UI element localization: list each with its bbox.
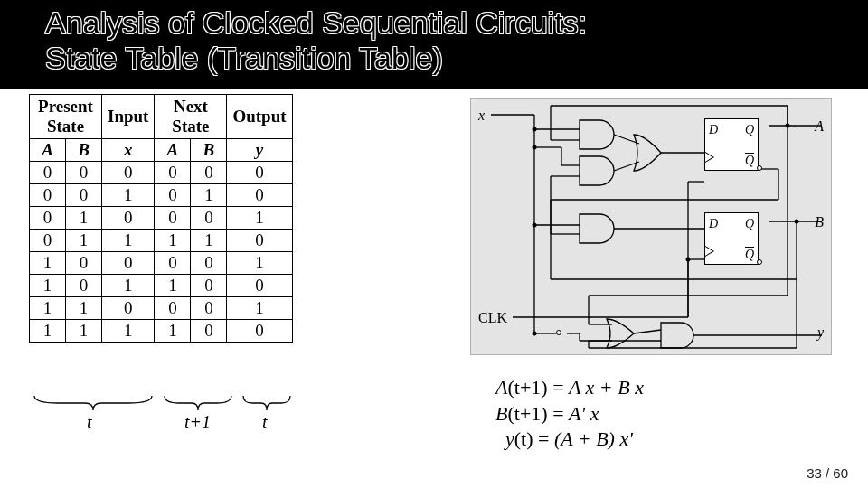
cell: 1 xyxy=(155,230,191,252)
cell: 0 xyxy=(30,207,66,230)
cell: 1 xyxy=(102,184,155,207)
time-label-t: t xyxy=(87,412,92,433)
cell: 1 xyxy=(227,207,292,230)
cell: 0 xyxy=(227,230,292,252)
equation-y: y(t) = (A + B) x' xyxy=(495,427,644,453)
cell: 1 xyxy=(66,297,102,320)
cell: 0 xyxy=(227,162,292,184)
col-output: Output xyxy=(227,95,292,139)
cell: 0 xyxy=(66,162,102,184)
cell: 0 xyxy=(155,297,191,320)
bracket-tp1-icon xyxy=(161,396,235,412)
cell: 0 xyxy=(191,275,227,297)
cell: 0 xyxy=(102,162,155,184)
table-row: 110001 xyxy=(30,297,293,320)
cell: 1 xyxy=(191,184,227,207)
time-label-t2: t xyxy=(262,412,268,433)
table-row: 100001 xyxy=(30,252,293,275)
cell: 1 xyxy=(227,297,292,320)
cell: 1 xyxy=(30,297,66,320)
page-number: 33 / 60 xyxy=(807,465,848,481)
cell: 1 xyxy=(66,230,102,252)
title-line-1: Analysis of Clocked Sequential Circuits: xyxy=(45,5,823,41)
sub-B: B xyxy=(66,139,102,162)
cell: 0 xyxy=(155,162,191,184)
cell: 1 xyxy=(66,207,102,230)
cell: 0 xyxy=(155,184,191,207)
cell: 0 xyxy=(191,162,227,184)
cell: 0 xyxy=(227,184,292,207)
cell: 0 xyxy=(191,297,227,320)
cell: 1 xyxy=(102,320,155,343)
cell: 0 xyxy=(227,275,292,297)
col-present-state: Present State xyxy=(30,95,102,139)
cell: 1 xyxy=(227,252,292,275)
col-next-state: Next State xyxy=(155,95,227,139)
cell: 0 xyxy=(102,252,155,275)
cell: 1 xyxy=(102,230,155,252)
cell: 0 xyxy=(66,184,102,207)
inverter-bubble-icon xyxy=(556,330,561,335)
equation-B: B(t+1) = A' x xyxy=(495,401,644,427)
cell: 1 xyxy=(191,230,227,252)
cell: 1 xyxy=(30,275,66,297)
qbar-bubble-B-icon xyxy=(757,259,762,265)
svg-point-37 xyxy=(795,220,799,224)
cell: 0 xyxy=(155,252,191,275)
table-row: 000000 xyxy=(30,162,293,184)
circuit-diagram: x CLK A B y xyxy=(470,98,832,355)
table-row: 111100 xyxy=(30,320,293,343)
clock-triangle-icon xyxy=(705,152,714,163)
table-row: 010001 xyxy=(30,207,293,230)
cell: 0 xyxy=(191,252,227,275)
cell: 0 xyxy=(191,207,227,230)
cell: 1 xyxy=(155,320,191,343)
clock-triangle-icon xyxy=(705,246,714,257)
cell: 1 xyxy=(30,320,66,343)
cell: 0 xyxy=(191,320,227,343)
sub-An: A xyxy=(155,139,191,162)
svg-point-23 xyxy=(686,258,691,262)
bracket-t2-icon xyxy=(240,396,294,412)
cell: 0 xyxy=(102,207,155,230)
bracket-t-icon xyxy=(31,396,156,412)
title-line-2: State Table (Transition Table) xyxy=(45,41,823,76)
flipflop-A: D Q Q xyxy=(704,118,759,171)
table-row: 011110 xyxy=(30,230,293,252)
cell: 0 xyxy=(30,230,66,252)
slide-title: Analysis of Clocked Sequential Circuits:… xyxy=(0,0,868,87)
col-input: Input xyxy=(102,95,155,139)
cell: 0 xyxy=(30,184,66,207)
cell: 0 xyxy=(155,207,191,230)
time-label-tp1: t+1 xyxy=(184,412,211,433)
cell: 0 xyxy=(102,297,155,320)
cell: 1 xyxy=(102,275,155,297)
sub-A: A xyxy=(30,139,66,162)
state-table: Present State Input Next State Output A … xyxy=(29,94,293,343)
sub-Bn: B xyxy=(191,139,227,162)
cell: 0 xyxy=(227,320,292,343)
equation-A: A(t+1) = A x + B x xyxy=(495,375,644,401)
cell: 0 xyxy=(66,275,102,297)
table-row: 001010 xyxy=(30,184,293,207)
state-equations: A(t+1) = A x + B x B(t+1) = A' x y(t) = … xyxy=(495,375,644,453)
table-row: 101100 xyxy=(30,275,293,297)
flipflop-B: D Q Q xyxy=(704,212,759,265)
cell: 1 xyxy=(30,252,66,275)
cell: 1 xyxy=(155,275,191,297)
cell: 0 xyxy=(30,162,66,184)
cell: 0 xyxy=(66,252,102,275)
sub-y: y xyxy=(227,139,292,162)
svg-line-41 xyxy=(634,330,661,333)
sub-x: x xyxy=(102,139,155,162)
qbar-bubble-A-icon xyxy=(757,165,762,171)
cell: 1 xyxy=(66,320,102,343)
